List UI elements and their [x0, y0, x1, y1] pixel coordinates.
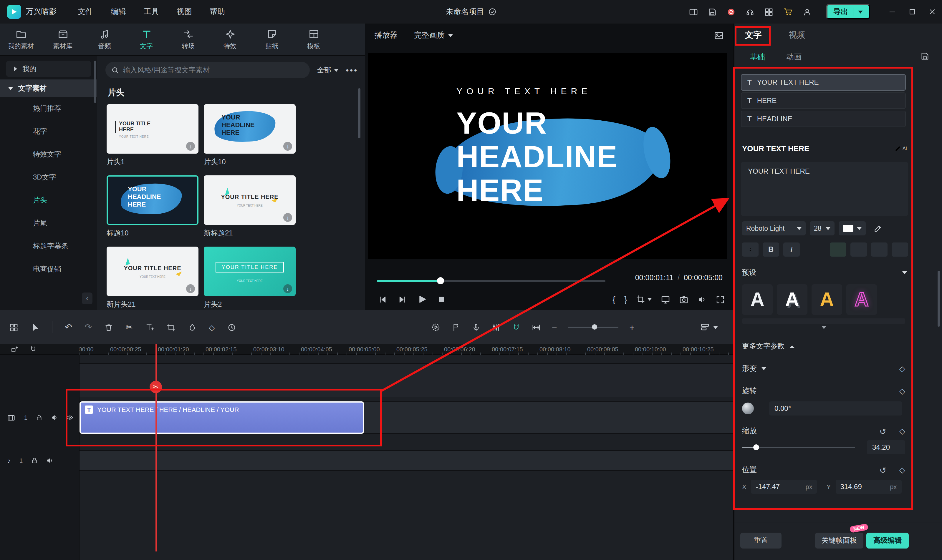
close-icon[interactable] — [928, 8, 936, 16]
template-card-2[interactable]: YOUR HEADLINE HERE ↓ 片头10 — [204, 104, 296, 167]
preset-tile-neon[interactable]: A — [846, 284, 877, 315]
tab-effects[interactable]: 特效 — [209, 23, 251, 55]
menu-file[interactable]: 文件 — [78, 6, 93, 17]
save-preset-icon[interactable] — [920, 52, 929, 61]
chevron-down-icon[interactable] — [713, 326, 718, 329]
tab-stock-library[interactable]: 素材库 — [42, 23, 84, 55]
lock-icon[interactable] — [35, 414, 43, 422]
add-track-icon[interactable] — [11, 346, 18, 353]
download-icon[interactable]: ↓ — [283, 284, 292, 293]
align-justify-button[interactable] — [892, 243, 908, 257]
tab-video-properties[interactable]: 视频 — [789, 30, 805, 41]
keyframe-diamond-icon[interactable]: ◇ — [899, 364, 905, 373]
menu-help[interactable]: 帮助 — [210, 6, 225, 17]
workspace-icon[interactable] — [765, 7, 773, 16]
sidebar-group-mine[interactable]: 我的 — [6, 61, 91, 77]
previous-frame-icon[interactable] — [378, 294, 387, 304]
template-card-1[interactable]: YOUR TITLE HERE YOUR TEXT HERE ↓ 片头1 — [106, 104, 199, 167]
redo-icon[interactable]: ↷ — [85, 322, 92, 332]
maximize-icon[interactable] — [908, 8, 916, 16]
template-thumbnail[interactable]: YOUR TITLE HERE YOUR TEXT HERE ↓ — [106, 104, 199, 154]
y-position-field[interactable]: px — [836, 480, 901, 494]
template-card-4[interactable]: YOUR TITLE HERE YOUR TEXT HERE ↓ 新标题21 — [204, 175, 296, 238]
font-color-select[interactable] — [839, 221, 866, 235]
zoom-slider-handle[interactable] — [592, 324, 597, 329]
support-headset-icon[interactable] — [746, 7, 754, 16]
transform-section-header[interactable]: 形变 ◇ — [742, 364, 905, 374]
template-thumbnail-selected[interactable]: YOUR HEADLINE HERE — [106, 175, 199, 225]
audio-mixer-icon[interactable] — [492, 323, 501, 332]
eyedropper-icon[interactable] — [873, 221, 882, 235]
split-scissors-icon[interactable]: ✂ — [125, 322, 133, 332]
ai-edit-icon[interactable]: AI — [894, 145, 907, 152]
display-monitor-icon[interactable] — [661, 294, 670, 304]
add-text-icon[interactable] — [145, 323, 154, 332]
playhead-split-handle[interactable]: ✂ — [150, 381, 162, 393]
rotate-value-input[interactable] — [769, 402, 902, 415]
sidebar-item-ecommerce[interactable]: 电商促销 — [0, 258, 97, 281]
reset-button[interactable]: 重置 — [740, 532, 782, 549]
preset-tile-shadow[interactable]: A — [777, 284, 808, 315]
voiceover-mic-icon[interactable] — [472, 323, 481, 332]
play-icon[interactable] — [417, 294, 427, 304]
template-thumbnail[interactable]: YOUR TITLE HERE YOUR TEXT HERE ↓ — [106, 246, 199, 296]
tab-text-properties[interactable]: 文字 — [745, 30, 762, 41]
marker-flag-icon[interactable] — [452, 323, 461, 332]
keyframe-diamond-icon[interactable]: ◇ — [899, 466, 905, 474]
sidebar-item-openers[interactable]: 片头 — [0, 189, 97, 212]
download-icon[interactable]: ↓ — [283, 213, 292, 222]
text-layer-selected[interactable]: T YOUR TEXT HERE — [741, 74, 906, 91]
mark-out-icon[interactable]: } — [624, 294, 627, 304]
text-layer[interactable]: T HERE — [741, 92, 906, 109]
media-grid-icon[interactable] — [9, 323, 18, 332]
playhead-line[interactable] — [156, 344, 157, 551]
zoom-slider[interactable] — [568, 310, 618, 344]
render-preview-icon[interactable] — [431, 323, 441, 332]
minimize-icon[interactable] — [888, 8, 896, 16]
zoom-in-icon[interactable]: + — [629, 322, 635, 332]
sidebar-scrollbar[interactable] — [94, 61, 96, 103]
reset-icon[interactable]: ↺ — [880, 465, 886, 475]
text-layer[interactable]: T HEADLINE — [741, 111, 906, 127]
playback-progress-bar[interactable] — [377, 277, 606, 285]
align-left-button[interactable] — [830, 243, 846, 257]
crop-tool-select[interactable] — [636, 294, 652, 304]
tab-stickers[interactable]: 贴纸 — [251, 23, 293, 55]
save-icon[interactable] — [708, 7, 717, 16]
preset-tile-yellow[interactable]: A — [811, 284, 842, 315]
account-icon[interactable] — [803, 7, 811, 16]
text-spacing-icon[interactable] — [742, 243, 759, 257]
sidebar-item-hot[interactable]: 热门推荐 — [0, 97, 97, 120]
snap-magnet-icon[interactable] — [512, 323, 521, 332]
search-input[interactable] — [123, 66, 304, 74]
scale-slider-handle[interactable] — [753, 445, 759, 450]
font-size-select[interactable]: 28 — [810, 221, 834, 235]
template-card-5[interactable]: YOUR TITLE HERE YOUR TEXT HERE ↓ 新片头21 — [106, 246, 199, 309]
magnet-icon[interactable] — [29, 346, 37, 353]
x-position-input[interactable] — [756, 483, 792, 491]
rotate-knob[interactable] — [742, 403, 754, 414]
keyframe-panel-button[interactable]: 关键帧面板 — [815, 532, 863, 549]
speed-clock-icon[interactable] — [227, 323, 236, 332]
app-logo-icon[interactable] — [7, 5, 21, 19]
template-card-6[interactable]: YOUR TITLE HERE YOUR TEXT HERE ↓ 片头2 — [204, 246, 296, 309]
template-card-3-selected[interactable]: YOUR HEADLINE HERE 标题10 — [106, 175, 199, 238]
keyframe-diamond-icon[interactable]: ◇ — [899, 427, 905, 435]
align-center-button[interactable] — [850, 243, 867, 257]
preset-tile-plain[interactable]: A — [742, 284, 773, 315]
download-icon[interactable]: ↓ — [283, 142, 292, 151]
delete-icon[interactable] — [104, 323, 113, 332]
bold-button[interactable]: B — [763, 243, 779, 257]
progress-handle[interactable] — [437, 277, 444, 284]
scale-slider[interactable] — [742, 440, 855, 454]
tab-text[interactable]: 文字 — [125, 23, 167, 55]
sidebar-item-lower-thirds[interactable]: 标题字幕条 — [0, 235, 97, 258]
italic-button[interactable]: I — [783, 243, 800, 257]
sidebar-collapse-icon[interactable]: ‹ — [82, 292, 93, 304]
cart-icon[interactable] — [783, 7, 793, 17]
more-options-icon[interactable]: ••• — [346, 65, 358, 75]
export-button[interactable]: 导出 — [826, 4, 870, 19]
stop-icon[interactable] — [437, 294, 446, 304]
mark-in-icon[interactable]: { — [612, 294, 615, 304]
volume-icon[interactable] — [697, 294, 707, 304]
